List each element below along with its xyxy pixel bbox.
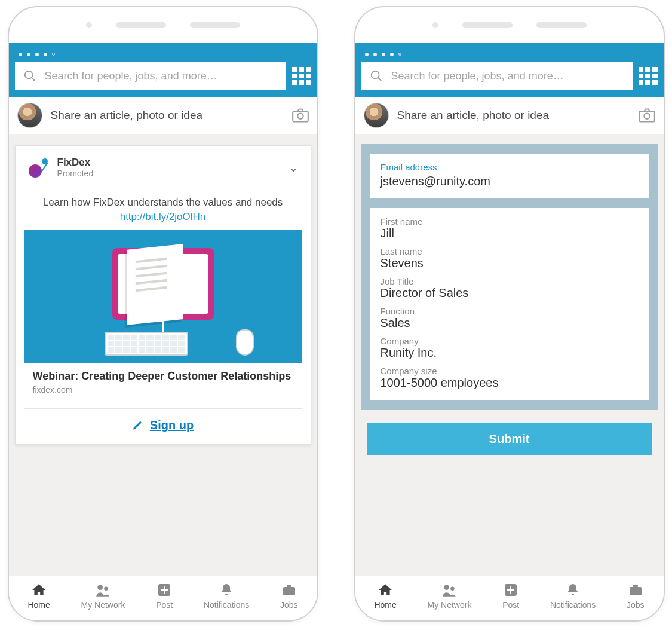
svg-rect-22	[630, 587, 642, 595]
apps-grid-icon[interactable]	[292, 67, 311, 85]
top-bar	[355, 43, 664, 97]
bottom-nav: Home My Network Post Notifications Jobs	[9, 576, 317, 617]
text-cursor	[492, 175, 493, 188]
share-prompt: Share an article, photo or idea	[397, 109, 630, 122]
briefcase-icon	[627, 582, 644, 598]
nav-label: Notifications	[550, 600, 596, 610]
card-teaser: Learn how FixDex understands the values …	[43, 197, 283, 208]
avatar[interactable]	[364, 103, 389, 128]
field-value: Director of Sales	[381, 286, 639, 300]
window-dots	[361, 50, 658, 62]
svg-point-17	[451, 587, 455, 591]
submit-button[interactable]: Submit	[367, 423, 652, 455]
nav-home[interactable]: Home	[27, 582, 50, 610]
signup-button[interactable]: Sign up	[132, 418, 194, 432]
share-bar[interactable]: Share an article, photo or idea	[355, 97, 664, 134]
field-value: Jill	[381, 227, 639, 240]
search-icon	[23, 69, 36, 82]
window-dots	[15, 50, 311, 62]
field-value: 1001-5000 employees	[381, 376, 639, 390]
nav-label: Post	[502, 600, 519, 610]
details-box: First nameJill Last nameStevens Job Titl…	[370, 208, 649, 400]
bell-icon	[564, 582, 581, 598]
card-domain: fixdex.com	[33, 385, 293, 394]
svg-point-15	[644, 114, 649, 119]
signup-label: Sign up	[150, 418, 194, 432]
screen-right: Share an article, photo or idea Email ad…	[355, 43, 664, 617]
nav-network[interactable]: My Network	[81, 582, 125, 610]
search-input[interactable]	[391, 70, 624, 82]
svg-rect-20	[507, 589, 514, 591]
top-bar	[9, 43, 317, 97]
nav-label: Jobs	[627, 600, 645, 610]
search-box[interactable]	[15, 62, 286, 90]
plus-square-icon	[156, 582, 173, 598]
field-label: Last name	[381, 246, 639, 256]
svg-rect-23	[633, 585, 638, 587]
phone-notch	[9, 7, 317, 43]
camera-icon[interactable]	[292, 108, 309, 123]
pencil-icon	[132, 420, 143, 431]
nav-label: My Network	[428, 600, 472, 610]
nav-label: Home	[27, 600, 50, 610]
nav-label: Notifications	[204, 600, 249, 610]
nav-jobs[interactable]: Jobs	[627, 582, 645, 610]
phone-notch	[355, 7, 664, 43]
nav-notifications[interactable]: Notifications	[550, 582, 596, 610]
svg-rect-9	[225, 594, 228, 595]
field-label: First name	[381, 216, 639, 227]
card-title: Webinar: Creating Deeper Customer Relati…	[33, 370, 293, 383]
apps-grid-icon[interactable]	[639, 67, 658, 85]
svg-point-4	[98, 585, 103, 590]
phone-mockup-left: Share an article, photo or idea FixDex P…	[8, 6, 318, 622]
nav-label: My Network	[81, 600, 125, 610]
field-label: Job Title	[381, 276, 639, 286]
nav-label: Post	[156, 600, 173, 610]
bottom-nav: Home My Network Post Notifications Jobs	[355, 576, 664, 617]
svg-point-5	[105, 587, 109, 591]
search-input[interactable]	[45, 70, 278, 82]
briefcase-icon	[281, 582, 297, 598]
chevron-down-icon[interactable]: ⌄	[289, 160, 299, 175]
bell-icon	[218, 582, 235, 598]
svg-point-16	[444, 585, 450, 590]
camera-icon[interactable]	[639, 108, 655, 123]
field-label: Company	[381, 336, 639, 346]
email-label: Email address	[381, 162, 639, 172]
nav-home[interactable]: Home	[374, 582, 396, 610]
svg-point-3	[297, 114, 303, 119]
home-icon	[377, 582, 394, 598]
svg-rect-8	[161, 589, 168, 591]
nav-label: Jobs	[280, 600, 298, 610]
people-icon	[94, 582, 111, 598]
nav-network[interactable]: My Network	[428, 582, 472, 610]
nav-jobs[interactable]: Jobs	[280, 582, 298, 610]
field-label: Function	[381, 306, 639, 316]
promoted-card: FixDex Promoted ⌄ Learn how FixDex under…	[15, 145, 311, 445]
home-icon	[30, 582, 47, 598]
field-label: Company size	[381, 366, 639, 376]
email-field-box[interactable]: Email address jstevens@runity.com	[370, 154, 649, 198]
avatar[interactable]	[17, 103, 42, 128]
nav-post[interactable]: Post	[156, 582, 173, 610]
email-value: jstevens@runity.com	[381, 175, 490, 188]
nav-notifications[interactable]: Notifications	[204, 582, 249, 610]
company-logo	[29, 157, 49, 178]
search-box[interactable]	[361, 62, 633, 90]
phone-mockup-right: Share an article, photo or idea Email ad…	[354, 6, 665, 622]
share-bar[interactable]: Share an article, photo or idea	[9, 97, 317, 134]
field-value: Sales	[381, 316, 639, 330]
share-prompt: Share an article, photo or idea	[51, 109, 284, 122]
svg-rect-10	[283, 587, 295, 595]
svg-rect-11	[287, 585, 291, 587]
email-input[interactable]: jstevens@runity.com	[381, 175, 639, 191]
svg-point-0	[24, 71, 32, 79]
search-icon	[370, 69, 383, 82]
lead-form: Email address jstevens@runity.com First …	[361, 144, 658, 410]
nav-post[interactable]: Post	[502, 582, 519, 610]
people-icon	[441, 582, 458, 598]
plus-square-icon	[502, 582, 519, 598]
card-link[interactable]: http://bit.ly/2joOlHn	[33, 211, 293, 223]
field-value: Stevens	[381, 256, 639, 270]
card-hero-image	[24, 230, 302, 363]
